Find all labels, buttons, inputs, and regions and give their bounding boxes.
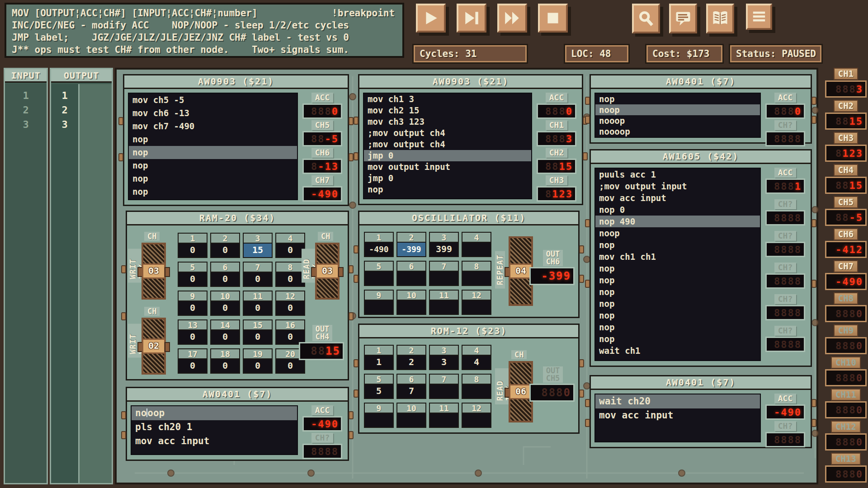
code-line[interactable]: jmp 0 [364, 150, 531, 161]
memory-cell-value[interactable]: 0 [244, 359, 272, 373]
code-line[interactable]: nop [595, 333, 760, 345]
search-button[interactable] [632, 4, 660, 33]
fast-forward-button[interactable] [497, 4, 527, 33]
code-line[interactable]: jmp 0 [364, 173, 531, 184]
memory-cell-value[interactable]: 0 [276, 244, 304, 257]
memory-cell-value[interactable] [365, 300, 393, 314]
memory-cell-value[interactable] [430, 272, 458, 285]
code-line[interactable]: nop [595, 274, 760, 286]
memory-cell-value[interactable] [462, 385, 491, 398]
code-line[interactable]: nop [129, 172, 297, 185]
code-line[interactable]: mov ch5 -5 [129, 94, 297, 107]
code-line[interactable]: puuls acc 1 [595, 169, 760, 180]
memory-cell-value[interactable]: 0 [211, 330, 239, 344]
memory-cell-value[interactable] [365, 272, 393, 285]
memory-cell-value[interactable]: 0 [179, 359, 207, 373]
code-line[interactable]: nop [595, 239, 760, 251]
code-line[interactable]: ;mov output input [595, 180, 760, 192]
memory-cell-value[interactable]: 0 [179, 330, 207, 344]
memory-cell-value[interactable]: 0 [211, 272, 239, 286]
memory-cell-value[interactable]: 0 [211, 244, 239, 257]
code-line[interactable]: nop [129, 185, 297, 198]
memory-cell-value[interactable] [430, 385, 458, 398]
memory-cell-value[interactable] [462, 413, 491, 427]
code-editor[interactable]: mov ch1 3mov ch2 15mov ch3 123;mov outpu… [363, 93, 532, 199]
code-line[interactable]: mov ch3 123 [364, 116, 531, 127]
code-line[interactable]: ;mov output ch4 [364, 127, 531, 139]
code-line[interactable]: nooop [132, 406, 297, 420]
memory-cell-value[interactable] [397, 272, 425, 285]
writ-val-dial[interactable]: 02 [142, 318, 166, 375]
play-button[interactable] [416, 4, 446, 33]
writ-idx-dial[interactable]: 03 [142, 243, 166, 300]
memory-cell-value[interactable]: 0 [276, 359, 304, 373]
code-line[interactable]: mov ch2 15 [364, 105, 531, 116]
memory-cell-value[interactable]: 5 [365, 385, 393, 398]
memory-cell-value[interactable]: 0 [179, 244, 207, 257]
code-line[interactable]: nop [129, 146, 297, 159]
stop-button[interactable] [538, 4, 568, 33]
code-line[interactable]: noooop [595, 126, 760, 137]
code-line[interactable]: noop [595, 227, 760, 239]
code-line[interactable]: nop [595, 298, 760, 310]
memory-cell-value[interactable]: 7 [397, 385, 425, 398]
memory-cell-value[interactable]: 0 [211, 359, 239, 373]
read-idx-dial[interactable]: 03 [315, 243, 340, 300]
code-editor[interactable]: puuls acc 1;mov output inputmov acc inpu… [594, 168, 761, 361]
memory-cell-value[interactable]: 0 [244, 330, 272, 344]
code-line[interactable]: mov acc input [595, 408, 760, 422]
chat-button[interactable] [669, 4, 697, 33]
code-line[interactable]: nop [595, 263, 760, 274]
memory-cell-value[interactable] [462, 243, 491, 256]
memory-cell-value[interactable]: 15 [244, 244, 272, 257]
memory-cell-value[interactable]: 3 [430, 356, 458, 369]
code-line[interactable]: nop [595, 286, 760, 298]
code-line[interactable]: nop [129, 133, 297, 146]
memory-cell-value[interactable] [397, 300, 425, 314]
memory-cell-value[interactable] [430, 300, 458, 314]
code-line[interactable]: nop [595, 310, 760, 321]
memory-cell-value[interactable]: 399 [430, 243, 458, 256]
memory-cell-value[interactable] [365, 413, 393, 427]
code-line[interactable]: wait ch20 [595, 394, 760, 408]
memory-cell-value[interactable]: 1 [365, 356, 393, 369]
memory-cell-value[interactable]: 0 [211, 301, 239, 315]
code-line[interactable]: nooop [595, 115, 760, 126]
code-line[interactable]: nop [595, 94, 760, 104]
code-editor[interactable]: wait ch20mov acc input [594, 394, 761, 442]
memory-cell-value[interactable]: 0 [179, 301, 207, 315]
code-editor[interactable]: mov ch5 -5mov ch6 -13mov ch7 -490nopnopn… [128, 93, 298, 200]
memory-cell-value[interactable] [397, 413, 425, 427]
memory-cell-value[interactable]: 2 [397, 356, 425, 369]
memory-cell-value[interactable]: 0 [276, 301, 304, 315]
code-line[interactable]: mov ch6 -13 [129, 107, 297, 120]
code-line[interactable]: mov ch1 ch1 [595, 251, 760, 263]
memory-cell-value[interactable] [462, 272, 491, 285]
code-line[interactable]: wait ch1 [595, 345, 760, 357]
memory-cell-value[interactable]: -490 [365, 243, 393, 256]
memory-cell-value[interactable]: -399 [397, 243, 425, 256]
code-line[interactable]: mov acc input [595, 192, 760, 204]
menu-button[interactable] [746, 4, 772, 30]
code-line[interactable]: nop [595, 321, 760, 333]
step-button[interactable] [457, 4, 486, 33]
memory-cell-value[interactable] [462, 300, 491, 314]
code-line[interactable]: mov output input [364, 161, 531, 173]
code-line[interactable]: nop 490 [595, 216, 760, 227]
code-line[interactable]: noop [595, 104, 760, 115]
code-line[interactable]: mov ch1 3 [364, 94, 531, 105]
code-line[interactable]: mov ch7 -490 [129, 120, 297, 133]
memory-cell-value[interactable]: 0 [276, 272, 304, 286]
code-editor[interactable]: nopnoopnooopnoooop [594, 93, 761, 138]
memory-cell-value[interactable]: 0 [244, 272, 272, 286]
code-line[interactable]: pls ch20 1 [132, 420, 297, 434]
code-line[interactable]: ;mov output ch4 [364, 139, 531, 150]
code-line[interactable]: nop [129, 159, 297, 172]
code-line[interactable]: nop [364, 184, 531, 195]
memory-cell-value[interactable]: 0 [244, 301, 272, 315]
memory-cell-value[interactable] [430, 413, 458, 427]
code-editor[interactable]: noooppls ch20 1mov acc input [131, 405, 298, 455]
memory-cell-value[interactable]: 0 [179, 272, 207, 286]
memory-cell-value[interactable]: 4 [462, 356, 491, 369]
code-line[interactable]: mov acc input [132, 434, 297, 448]
